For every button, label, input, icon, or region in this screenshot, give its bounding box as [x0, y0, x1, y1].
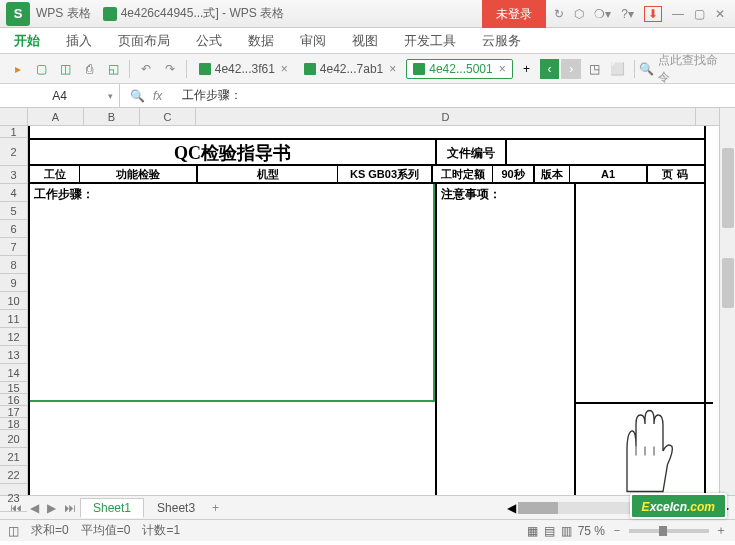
row-header[interactable]: 12: [0, 328, 27, 346]
status-count: 计数=1: [142, 522, 180, 539]
status-bar: ◫ 求和=0 平均值=0 计数=1 ▦ ▤ ▥ 75 % － ＋: [0, 519, 735, 541]
doc-title-row: QC检验指导书 文件编号: [28, 138, 706, 166]
col-header[interactable]: A: [28, 108, 84, 125]
save-icon[interactable]: ▢: [32, 59, 52, 79]
row-header[interactable]: 17: [0, 406, 27, 418]
close-tab-icon[interactable]: ×: [281, 62, 288, 76]
row-header[interactable]: 18: [0, 418, 27, 430]
search-fn-icon[interactable]: 🔍: [130, 89, 145, 103]
formula-input[interactable]: 工作步骤：: [172, 87, 735, 104]
zoom-slider-thumb[interactable]: [659, 526, 667, 536]
print-icon[interactable]: ⎙: [79, 59, 99, 79]
row-header[interactable]: 6: [0, 220, 27, 238]
tab-prev-icon[interactable]: ◀: [30, 501, 39, 515]
row-header[interactable]: 15: [0, 382, 27, 394]
select-all-corner[interactable]: [0, 108, 27, 126]
tab-next-icon[interactable]: ▶: [47, 501, 56, 515]
row-header[interactable]: 22: [0, 466, 27, 484]
close-button[interactable]: ✕: [715, 7, 725, 21]
menu-data[interactable]: 数据: [248, 32, 274, 50]
fullscreen-icon[interactable]: ⬜: [608, 59, 628, 79]
tab-nav-right[interactable]: ›: [561, 59, 581, 79]
work-steps-cell[interactable]: 工作步骤：: [30, 184, 435, 402]
row-header[interactable]: 14: [0, 364, 27, 382]
preview-icon[interactable]: ◱: [103, 59, 123, 79]
menu-view[interactable]: 视图: [352, 32, 378, 50]
saveas-icon[interactable]: ◫: [56, 59, 76, 79]
scroll-thumb[interactable]: [722, 258, 734, 308]
redo-icon[interactable]: ↷: [160, 59, 180, 79]
image-row: [28, 402, 706, 495]
command-search[interactable]: 🔍 点此查找命令: [639, 52, 729, 86]
view-page-icon[interactable]: ▤: [544, 524, 555, 538]
row-header[interactable]: 7: [0, 238, 27, 256]
add-sheet-button[interactable]: +: [212, 501, 219, 515]
fx-controls: 🔍 fx: [120, 89, 172, 103]
row-header[interactable]: 23: [0, 484, 27, 512]
zoom-out-button[interactable]: －: [611, 522, 623, 539]
menu-cloud[interactable]: 云服务: [482, 32, 521, 50]
row-header[interactable]: 11: [0, 310, 27, 328]
menu-insert[interactable]: 插入: [66, 32, 92, 50]
row-header[interactable]: 20: [0, 430, 27, 448]
col-header[interactable]: C: [140, 108, 196, 125]
col-header[interactable]: D: [196, 108, 696, 125]
menu-layout[interactable]: 页面布局: [118, 32, 170, 50]
scroll-thumb[interactable]: [722, 148, 734, 228]
menu-dev[interactable]: 开发工具: [404, 32, 456, 50]
row-header[interactable]: 2: [0, 138, 27, 166]
menu-review[interactable]: 审阅: [300, 32, 326, 50]
file-tab-3[interactable]: 4e42...5001×: [406, 59, 512, 79]
open-icon[interactable]: ▸: [8, 59, 28, 79]
file-tab-2[interactable]: 4e42...7ab1×: [298, 60, 402, 78]
tab-last-icon[interactable]: ⏭: [64, 501, 76, 515]
row-header[interactable]: 21: [0, 448, 27, 466]
sync-icon[interactable]: ↻: [554, 7, 564, 21]
fx-icon[interactable]: fx: [153, 89, 162, 103]
row-header[interactable]: 5: [0, 202, 27, 220]
add-tab-button[interactable]: +: [517, 59, 537, 79]
name-box[interactable]: A4: [0, 84, 120, 108]
undo-icon[interactable]: ↶: [136, 59, 156, 79]
vertical-scrollbar[interactable]: [719, 108, 735, 495]
minimize-button[interactable]: —: [672, 7, 684, 21]
menu-start[interactable]: 开始: [14, 32, 40, 50]
row-header[interactable]: 16: [0, 394, 27, 406]
layout-icon[interactable]: ◫: [8, 524, 19, 538]
sheet-tab-1[interactable]: Sheet1: [80, 498, 144, 518]
skin-icon[interactable]: ?▾: [621, 7, 634, 21]
file-tab-1[interactable]: 4e42...3f61×: [193, 60, 294, 78]
help-icon[interactable]: ❍▾: [594, 7, 611, 21]
separator: [186, 60, 187, 78]
row-header[interactable]: 1: [0, 126, 27, 138]
grid[interactable]: A B C D QC检验指导书 文件编号 工位 功能检验 机型 KS GB03系…: [28, 108, 719, 495]
zoom-value[interactable]: 75 %: [578, 524, 605, 538]
view-normal-icon[interactable]: ▦: [527, 524, 538, 538]
sheet-tab-2[interactable]: Sheet3: [144, 498, 208, 518]
separator: [634, 60, 635, 78]
zoom-slider[interactable]: [629, 529, 709, 533]
scroll-left-icon[interactable]: ◀: [507, 501, 516, 515]
row-header[interactable]: 13: [0, 346, 27, 364]
zoom-in-button[interactable]: ＋: [715, 522, 727, 539]
row-header[interactable]: 10: [0, 292, 27, 310]
watermark: Excelcn.com: [630, 493, 727, 519]
window-list-icon[interactable]: ◳: [584, 59, 604, 79]
scroll-thumb[interactable]: [518, 502, 558, 514]
row-header[interactable]: 9: [0, 274, 27, 292]
close-tab-icon[interactable]: ×: [389, 62, 396, 76]
login-button[interactable]: 未登录: [482, 0, 546, 28]
col-header[interactable]: B: [84, 108, 140, 125]
view-break-icon[interactable]: ▥: [561, 524, 572, 538]
row-header[interactable]: 8: [0, 256, 27, 274]
tab-nav-left[interactable]: ‹: [540, 59, 560, 79]
cloud-icon[interactable]: ⬡: [574, 7, 584, 21]
download-icon[interactable]: ⬇: [644, 6, 662, 22]
maximize-button[interactable]: ▢: [694, 7, 705, 21]
watermark-e: E: [642, 500, 650, 514]
row-header[interactable]: 4: [0, 184, 27, 202]
row-header[interactable]: 3: [0, 166, 27, 184]
close-tab-icon[interactable]: ×: [499, 62, 506, 76]
formula-bar: A4 🔍 fx 工作步骤：: [0, 84, 735, 108]
menu-formula[interactable]: 公式: [196, 32, 222, 50]
